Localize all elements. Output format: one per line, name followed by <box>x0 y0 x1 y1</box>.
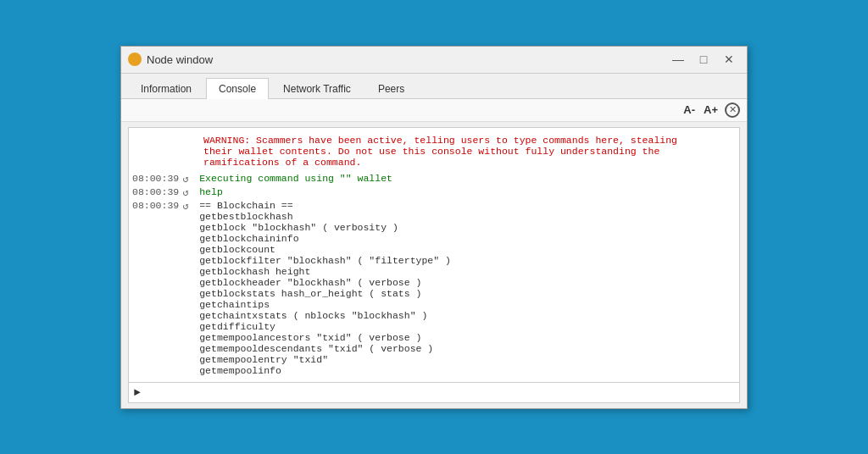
title-bar-controls: — □ ✕ <box>667 51 740 68</box>
node-window: Node window — □ ✕ Information Console Ne… <box>120 46 748 409</box>
maximize-button[interactable]: □ <box>693 51 715 68</box>
tab-information[interactable]: Information <box>128 78 204 99</box>
log-time-1: 08:00:39 <box>132 173 182 184</box>
log-line-2: 08:00:39 ↺ help <box>132 186 736 199</box>
close-button[interactable]: ✕ <box>718 51 740 68</box>
minimize-button[interactable]: — <box>667 51 689 68</box>
console-area: WARNING: Scammers have been active, tell… <box>128 127 740 403</box>
log-time-3: 08:00:39 <box>132 200 182 211</box>
tab-network-traffic[interactable]: Network Traffic <box>270 78 364 99</box>
log-time-2: 08:00:39 <box>132 186 182 197</box>
console-close-button[interactable]: ✕ <box>725 102 740 118</box>
console-output: WARNING: Scammers have been active, tell… <box>129 128 739 382</box>
log-line-1: 08:00:39 ↺ Executing command using "" wa… <box>132 173 736 185</box>
log-icon-3: ↺ <box>182 200 199 213</box>
log-text-1: Executing command using "" wallet <box>199 173 392 184</box>
title-bar: Node window — □ ✕ <box>121 47 747 74</box>
font-decrease-button[interactable]: A- <box>682 103 697 116</box>
console-warning: WARNING: Scammers have been active, tell… <box>200 133 736 173</box>
log-icon-1: ↺ <box>182 173 199 185</box>
log-icon-2: ↺ <box>182 186 199 199</box>
log-line-3: 08:00:39 ↺ == Blockchain == getbestblock… <box>132 200 736 376</box>
tab-bar: Information Console Network Traffic Peer… <box>121 74 747 99</box>
tab-console[interactable]: Console <box>206 78 269 99</box>
tab-peers[interactable]: Peers <box>365 78 417 99</box>
console-input-bar: ► <box>129 382 739 402</box>
window-title: Node window <box>147 53 667 66</box>
log-text-2: help <box>199 186 223 197</box>
console-input[interactable] <box>144 386 734 398</box>
window-icon <box>128 53 142 66</box>
log-text-3: == Blockchain == getbestblockhash getblo… <box>199 200 451 376</box>
console-toolbar: A- A+ ✕ <box>121 99 747 122</box>
prompt-symbol: ► <box>134 386 141 399</box>
font-increase-button[interactable]: A+ <box>702 103 720 116</box>
